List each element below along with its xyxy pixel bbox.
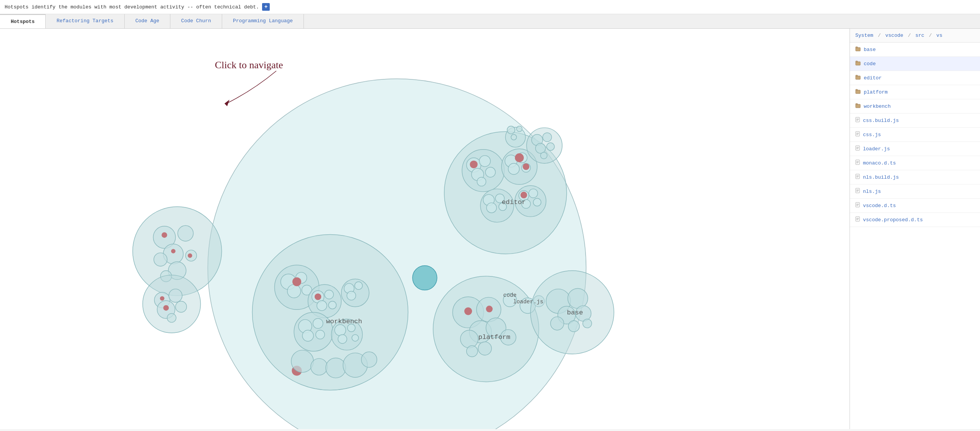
svg-text:code: code [503, 292, 516, 298]
file-icon [855, 202, 860, 209]
list-item[interactable]: vscode.d.ts [850, 199, 980, 213]
svg-point-102 [529, 189, 538, 198]
file-name: css.js [863, 132, 881, 138]
svg-point-16 [175, 301, 186, 313]
breadcrumb-sep3: / [929, 33, 932, 38]
tabs-bar: Hotspots Refactoring Targets Code Age Co… [0, 14, 980, 29]
tab-programming-language[interactable]: Programming Language [222, 14, 304, 28]
svg-text:loader.js: loader.js [513, 299, 543, 305]
svg-text:platform: platform [478, 334, 511, 341]
svg-point-9 [162, 232, 167, 238]
svg-point-94 [523, 163, 529, 170]
file-name: code [864, 61, 876, 67]
file-name: platform [864, 89, 888, 95]
svg-point-93 [515, 153, 524, 162]
folder-icon [855, 103, 861, 110]
svg-point-61 [467, 346, 478, 357]
svg-point-18 [160, 296, 165, 301]
svg-point-40 [292, 277, 301, 286]
list-item[interactable]: code [850, 57, 980, 71]
right-panel: System / vscode / src / vs base code edi… [850, 29, 980, 429]
list-item[interactable]: platform [850, 85, 980, 99]
svg-rect-124 [856, 75, 858, 76]
svg-point-98 [487, 203, 497, 213]
svg-point-46 [352, 335, 358, 341]
svg-point-50 [326, 358, 346, 378]
svg-text:base: base [567, 309, 583, 316]
breadcrumb-src[interactable]: src [916, 33, 924, 38]
file-icon [855, 145, 860, 152]
svg-point-60 [478, 342, 492, 355]
svg-rect-126 [856, 89, 858, 90]
svg-point-41 [315, 293, 321, 300]
tab-hotspots[interactable]: Hotspots [0, 14, 46, 28]
list-item[interactable]: nls.build.js [850, 170, 980, 184]
list-item[interactable]: nls.js [850, 184, 980, 199]
svg-point-91 [508, 163, 520, 174]
breadcrumb-system[interactable]: System [855, 33, 873, 38]
svg-point-45 [338, 335, 347, 344]
file-name: editor [864, 75, 882, 81]
svg-rect-122 [856, 61, 858, 62]
file-icon [855, 188, 860, 195]
header-description: Hotspots identify the modules with most … [5, 4, 259, 10]
svg-point-11 [188, 253, 192, 258]
svg-point-33 [355, 282, 362, 290]
tab-refactoring[interactable]: Refactoring Targets [46, 14, 124, 28]
svg-point-29 [317, 301, 327, 311]
svg-point-14 [169, 289, 182, 303]
svg-point-86 [477, 177, 486, 186]
svg-text:editor: editor [502, 199, 526, 206]
svg-point-75 [583, 319, 592, 328]
svg-point-5 [154, 253, 167, 266]
list-item[interactable]: vscode.proposed.d.ts [850, 213, 980, 227]
list-item[interactable]: css.js [850, 128, 980, 142]
file-name: workbench [864, 104, 891, 109]
svg-point-30 [328, 301, 336, 309]
breadcrumb-vscode[interactable]: vscode [885, 33, 903, 38]
list-item[interactable]: loader.js [850, 142, 980, 156]
breadcrumb-sep1: / [878, 33, 881, 38]
svg-point-58 [460, 330, 478, 348]
file-name: nls.js [863, 189, 881, 194]
svg-point-17 [167, 313, 176, 322]
list-item[interactable]: editor [850, 71, 980, 85]
svg-point-38 [302, 330, 313, 341]
file-icon [855, 174, 860, 181]
svg-point-110 [547, 143, 554, 150]
svg-point-87 [470, 161, 477, 168]
svg-point-19 [163, 305, 169, 311]
header-bar: Hotspots identify the modules with most … [0, 0, 980, 14]
list-item[interactable]: workbench [850, 99, 980, 114]
svg-point-108 [543, 133, 551, 141]
svg-point-80 [511, 135, 517, 140]
svg-rect-128 [856, 104, 858, 105]
tab-code-age[interactable]: Code Age [125, 14, 170, 28]
list-item[interactable]: css.build.js [850, 114, 980, 128]
folder-icon [855, 60, 861, 67]
file-icon [855, 131, 860, 138]
breadcrumb-vs[interactable]: vs [936, 33, 942, 38]
svg-point-105 [520, 192, 527, 198]
svg-point-52 [361, 352, 377, 367]
file-name: nls.build.js [863, 174, 899, 180]
svg-point-39 [316, 330, 325, 339]
file-name: base [864, 47, 876, 53]
file-name: loader.js [863, 146, 890, 152]
file-icon [855, 216, 860, 223]
tab-code-churn[interactable]: Code Churn [170, 14, 222, 28]
svg-point-63 [486, 306, 493, 312]
add-button[interactable]: + [262, 3, 270, 11]
list-item[interactable]: base [850, 43, 980, 57]
svg-point-67 [412, 266, 437, 290]
svg-point-73 [551, 317, 564, 330]
list-item[interactable]: monaco.d.ts [850, 156, 980, 170]
svg-point-74 [568, 321, 579, 332]
bubble-visualization: editor workbench platform code loader.js… [0, 29, 850, 429]
svg-text:workbench: workbench [326, 318, 362, 325]
svg-point-70 [568, 288, 588, 308]
svg-point-109 [536, 143, 546, 153]
folder-icon [855, 74, 861, 81]
svg-point-78 [507, 126, 515, 134]
viz-area[interactable]: editor workbench platform code loader.js… [0, 29, 850, 429]
